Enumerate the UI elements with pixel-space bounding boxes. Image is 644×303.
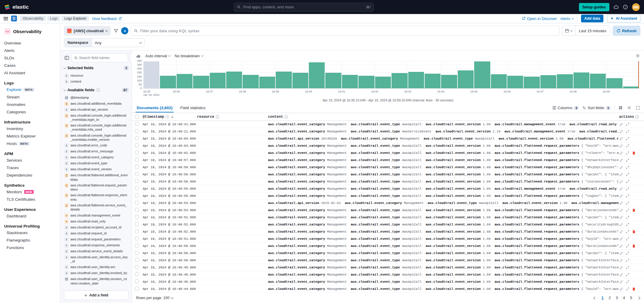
row-checkbox[interactable] — [135, 208, 139, 212]
table-row[interactable]: Apr 19, 2024 @ 16:48:50.000aws.cloudtrai… — [132, 250, 644, 257]
field-item-aws-cloudtrail-console-login-additional-eventdata-login-to[interactable]: {}aws.cloudtrail.console_login.additiona… — [64, 112, 129, 123]
expand-row-icon[interactable] — [626, 259, 629, 262]
row-checkbox[interactable] — [135, 279, 139, 283]
field-item-aws-cloudtrail-additional-eventdata[interactable]: {}aws.cloudtrail.additional_eventdata — [64, 101, 129, 106]
histogram-bar[interactable] — [243, 75, 258, 89]
histogram-bar[interactable] — [606, 78, 622, 88]
expand-row-icon[interactable] — [626, 208, 629, 212]
global-search-input[interactable] — [243, 5, 364, 9]
open-in-discover-link[interactable]: Open in Discover — [522, 16, 557, 21]
expand-row-icon[interactable] — [626, 244, 629, 248]
page-2[interactable]: 2 — [606, 295, 613, 301]
histogram-bar[interactable] — [507, 76, 523, 88]
field-item-aws-cloudtrail-event-version[interactable]: taws.cloudtrail.event_version — [64, 166, 129, 172]
histogram-bar[interactable] — [491, 74, 507, 88]
row-checkbox[interactable] — [135, 165, 139, 169]
edit-icon[interactable] — [620, 273, 623, 276]
tab-documents[interactable]: Documents (3,602) — [135, 103, 174, 112]
edit-icon[interactable] — [620, 187, 623, 191]
row-checkbox[interactable] — [135, 222, 139, 226]
sidebar-item-overview[interactable]: Overview — [4, 39, 56, 47]
row-checkbox[interactable] — [135, 229, 139, 233]
field-item-timestamp[interactable]: @timestamp — [64, 95, 129, 101]
table-row[interactable]: Apr 19, 2024 @ 16:49:31.000aws.cloudtrai… — [132, 121, 644, 128]
row-checkbox[interactable] — [135, 258, 139, 262]
field-item-aws-cloudtrail-flattened-response-elements[interactable]: {}aws.cloudtrail.flattened.response_elem… — [64, 192, 129, 202]
elastic-logo[interactable]: elastic — [4, 4, 29, 10]
sidebar-item-services[interactable]: Services — [4, 157, 56, 164]
histogram-bar[interactable] — [309, 62, 325, 88]
namespace-select[interactable]: Namespace Any — [64, 38, 145, 47]
histogram-bar[interactable] — [375, 77, 391, 88]
menu-icon[interactable] — [4, 17, 8, 20]
collapse-fields-icon[interactable] — [64, 55, 70, 61]
field-item-aws-cloudtrail-user-identity-access-key-id[interactable]: taws.cloudtrail.user_identity.access_key… — [64, 254, 129, 264]
table-row[interactable]: Apr 19, 2024 @ 16:49:02.000aws.cloudtrai… — [132, 149, 644, 157]
histogram-bar[interactable] — [144, 61, 159, 88]
give-feedback-link[interactable]: Give feedback — [92, 16, 121, 21]
select-all-checkbox[interactable] — [135, 115, 139, 119]
field-item-aws-cloudtrail-request-parameters[interactable]: taws.cloudtrail.request_parameters — [64, 236, 129, 242]
sidebar-item-functions[interactable]: Functions — [4, 244, 56, 251]
sidebar-item-explorer[interactable]: ExplorerBETA — [4, 86, 56, 93]
table-row[interactable]: Apr 19, 2024 @ 16:48:56.000aws.cloudtrai… — [132, 171, 644, 178]
expand-row-icon[interactable] — [626, 151, 629, 155]
sidebar-item-categories[interactable]: Categories — [4, 108, 56, 116]
expand-row-icon[interactable] — [626, 130, 629, 133]
global-search[interactable]: ⌘/ — [234, 3, 374, 12]
expand-row-icon[interactable] — [626, 187, 629, 191]
histogram-bar[interactable] — [193, 76, 209, 88]
edit-icon[interactable] — [620, 130, 623, 133]
field-item-resource[interactable]: tresource — [64, 72, 129, 78]
histogram-bar[interactable] — [210, 73, 226, 88]
expand-row-icon[interactable] — [626, 173, 629, 176]
histogram-bar[interactable] — [458, 70, 474, 88]
breadcrumb-logs-explorer[interactable]: Logs Explorer — [61, 16, 89, 21]
field-item-aws-cloudtrail-flattened-request-parameters[interactable]: {}aws.cloudtrail.flattened.request_param… — [64, 182, 129, 192]
edit-icon[interactable] — [620, 266, 623, 269]
edit-icon[interactable] — [620, 216, 623, 219]
histogram-bar[interactable] — [292, 73, 308, 88]
table-row[interactable]: Apr 19, 2024 @ 16:48:57.000aws.cloudtrai… — [132, 157, 644, 164]
expand-row-icon[interactable] — [626, 201, 629, 205]
field-item-aws-cloudtrail-console-login-additional-eventdata-mobile-version[interactable]: {}aws.cloudtrail.console_login.additiona… — [64, 132, 129, 143]
expand-row-icon[interactable] — [626, 273, 629, 276]
expand-row-icon[interactable] — [626, 194, 629, 198]
density-icon[interactable] — [627, 105, 632, 110]
dataset-selector[interactable]: [AWS] cloudtrail — [64, 26, 111, 35]
expand-row-icon[interactable] — [626, 223, 629, 226]
kql-input[interactable] — [140, 29, 556, 33]
edit-icon[interactable] — [620, 280, 623, 284]
table-row[interactable]: Apr 19, 2024 @ 16:48:45.000aws.cloudtrai… — [132, 271, 644, 278]
histogram-bar[interactable] — [474, 61, 490, 88]
row-checkbox[interactable] — [135, 215, 139, 219]
expand-row-icon[interactable] — [626, 123, 629, 126]
histogram-bar[interactable] — [590, 74, 606, 88]
setup-guides-button[interactable]: Setup guides — [579, 3, 609, 11]
row-checkbox[interactable] — [135, 265, 139, 269]
histogram-bar[interactable] — [574, 72, 589, 88]
column-header-content[interactable]: content i — [268, 115, 619, 119]
expand-row-icon[interactable] — [626, 137, 629, 140]
edit-icon[interactable] — [620, 259, 623, 262]
sidebar-item-stream[interactable]: Stream — [4, 93, 56, 101]
table-row[interactable]: Apr 19, 2024 @ 16:48:50.000aws.cloudtrai… — [132, 257, 644, 264]
table-row[interactable]: Apr 19, 2024 @ 16:48:44.000aws.cloudtrai… — [132, 285, 644, 293]
expand-row-icon[interactable] — [626, 251, 629, 255]
sidebar-item-metrics-explorer[interactable]: Metrics Explorer — [4, 132, 56, 140]
edit-icon[interactable] — [620, 287, 623, 291]
sidebar-item-dependencies[interactable]: Dependencies — [4, 171, 56, 179]
help-icon[interactable]: ? — [623, 4, 628, 10]
row-checkbox[interactable] — [135, 143, 139, 147]
field-item-aws-cloudtrail-user-identity-invoked-by[interactable]: taws.cloudtrail.user_identity.invoked_by — [64, 270, 129, 276]
table-row[interactable]: Apr 19, 2024 @ 16:48:55.000aws.cloudtrai… — [132, 192, 644, 200]
edit-icon[interactable] — [620, 137, 623, 140]
previous-page-icon[interactable] — [594, 296, 597, 299]
edit-icon[interactable] — [620, 173, 623, 176]
table-row[interactable]: Apr 19, 2024 @ 16:49:04.000aws.cloudtrai… — [132, 135, 644, 142]
row-checkbox[interactable] — [135, 172, 139, 176]
breakdown-dropdown[interactable]: No breakdown — [175, 54, 203, 58]
filter-icon[interactable] — [113, 28, 119, 34]
row-checkbox[interactable] — [135, 251, 139, 255]
edit-icon[interactable] — [620, 144, 623, 148]
